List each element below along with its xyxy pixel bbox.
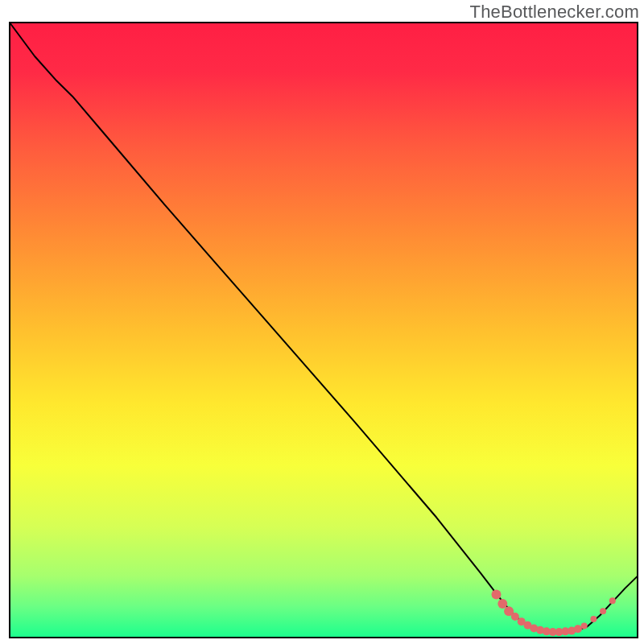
data-marker <box>590 616 597 622</box>
data-marker <box>574 625 582 633</box>
data-marker <box>497 599 507 609</box>
bottleneck-chart <box>0 0 644 644</box>
data-marker <box>492 590 502 600</box>
chart-background <box>10 23 638 638</box>
data-marker <box>581 622 588 629</box>
chart-container: TheBottlenecker.com <box>0 0 644 644</box>
data-marker <box>609 597 616 604</box>
data-marker <box>511 613 519 621</box>
watermark-text: TheBottlenecker.com <box>470 2 639 23</box>
data-marker <box>600 608 606 614</box>
